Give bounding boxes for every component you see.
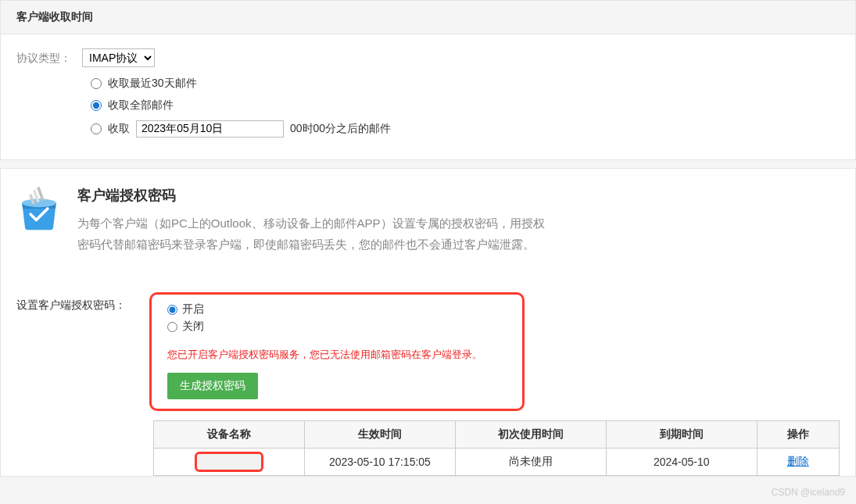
protocol-select[interactable]: IMAP协议	[82, 48, 155, 67]
th-action: 操作	[757, 421, 839, 449]
radio-on[interactable]	[167, 305, 177, 315]
cell-first-use: 尚未使用	[455, 449, 606, 476]
client-retrieve-time-panel: 客户端收取时间 协议类型： IMAP协议 收取最近30天邮件 收取全部邮件	[0, 0, 856, 160]
watermark: CSDN @iceland9	[772, 487, 845, 498]
option-since-suffix: 00时00分之后的邮件	[290, 122, 391, 136]
device-table: 设备名称 生效时间 初次使用时间 到期时间 操作 2023-05-10 17:1…	[153, 420, 840, 476]
option-all[interactable]: 收取全部邮件	[91, 98, 840, 113]
since-date-input[interactable]	[136, 120, 284, 138]
auth-header-section: 客户端授权密码 为每个客户端（如PC上的Outlook、移动设备上的邮件APP）…	[1, 169, 855, 278]
auth-setting-row: 设置客户端授权密码： 开启 关闭 您已开启客户端授权密码服务，您已无法使用邮箱密…	[1, 278, 855, 411]
warning-text: 您已开启客户端授权密码服务，您已无法使用邮箱密码在客户端登录。	[167, 348, 507, 362]
recycle-bin-icon	[16, 186, 62, 231]
panel-title: 客户端收取时间	[16, 10, 93, 23]
generate-auth-password-button[interactable]: 生成授权密码	[167, 373, 258, 399]
redacted-device-name	[195, 452, 263, 472]
radio-off[interactable]	[167, 322, 177, 332]
auth-description: 为每个客户端（如PC上的Outlook、移动设备上的邮件APP）设置专属的授权密…	[77, 213, 545, 255]
toggle-on-row[interactable]: 开启	[167, 302, 507, 316]
toggle-on-label: 开启	[182, 302, 204, 316]
toggle-off-label: 关闭	[182, 320, 204, 334]
th-first-use: 初次使用时间	[455, 421, 606, 449]
radio-recent-30[interactable]	[91, 78, 102, 89]
option-since[interactable]: 收取 00时00分之后的邮件	[91, 120, 840, 138]
client-auth-password-panel: 客户端授权密码 为每个客户端（如PC上的Outlook、移动设备上的邮件APP）…	[0, 168, 856, 477]
cell-device	[154, 449, 305, 476]
th-device: 设备名称	[154, 421, 305, 449]
option-recent-30-label: 收取最近30天邮件	[108, 77, 197, 91]
auth-title: 客户端授权密码	[77, 186, 545, 205]
th-effective: 生效时间	[304, 421, 455, 449]
protocol-label: 协议类型：	[16, 48, 71, 66]
svg-point-0	[22, 198, 56, 207]
highlight-box: 开启 关闭 您已开启客户端授权密码服务，您已无法使用邮箱密码在客户端登录。 生成…	[149, 292, 525, 411]
panel-body: 协议类型： IMAP协议 收取最近30天邮件 收取全部邮件 收取	[1, 34, 855, 159]
panel-header: 客户端收取时间	[1, 1, 855, 34]
cell-expire: 2024-05-10	[606, 449, 757, 476]
cell-effective: 2023-05-10 17:15:05	[304, 449, 455, 476]
delete-link[interactable]: 删除	[787, 455, 809, 467]
cell-action: 删除	[757, 449, 839, 476]
option-all-label: 收取全部邮件	[108, 98, 174, 113]
auth-text-block: 客户端授权密码 为每个客户端（如PC上的Outlook、移动设备上的邮件APP）…	[77, 186, 545, 255]
radio-all[interactable]	[91, 100, 102, 111]
table-header-row: 设备名称 生效时间 初次使用时间 到期时间 操作	[154, 421, 840, 449]
toggle-off-row[interactable]: 关闭	[167, 320, 507, 334]
device-table-wrap: 设备名称 生效时间 初次使用时间 到期时间 操作 2023-05-10 17:1…	[1, 411, 855, 476]
radio-since[interactable]	[91, 123, 102, 134]
setting-label: 设置客户端授权密码：	[16, 292, 126, 313]
table-row: 2023-05-10 17:15:05 尚未使用 2024-05-10 删除	[154, 449, 840, 476]
option-recent-30[interactable]: 收取最近30天邮件	[91, 77, 840, 91]
th-expire: 到期时间	[606, 421, 757, 449]
option-since-prefix: 收取	[108, 122, 130, 136]
